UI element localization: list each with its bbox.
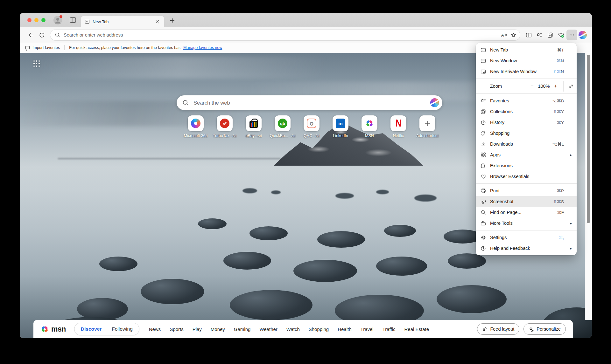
shortcut-quickbooks[interactable]: qb QuickBo...· Ad (275, 115, 291, 131)
manage-favorites-link[interactable]: Manage favorites now (183, 45, 222, 50)
back-arrow-icon (27, 31, 34, 38)
nav-weather[interactable]: Weather (259, 326, 277, 332)
search-icon (55, 32, 60, 38)
menu-item-history[interactable]: History ⌘Y (476, 117, 577, 128)
menu-item-label: Help and Feedback (490, 246, 572, 251)
desktop: New Tab (0, 0, 611, 364)
menu-item-label: History (490, 120, 557, 125)
msn-butterfly-icon (40, 325, 49, 333)
menu-item-settings[interactable]: Settings ⌘, (476, 232, 577, 243)
app-launcher-button[interactable] (32, 59, 41, 68)
collections-button[interactable] (545, 30, 556, 40)
personalize-button[interactable]: Personalize (523, 323, 566, 335)
scrollbar-thumb[interactable] (587, 55, 590, 223)
browser-essentials-button[interactable] (556, 30, 566, 40)
more-tools-icon (480, 220, 486, 226)
shortcut-turbotax[interactable]: TurboTax· Ad (217, 115, 233, 131)
add-shortcut-button[interactable]: Add shortcut (419, 115, 435, 131)
zoom-controls: − 100% + (528, 81, 577, 92)
web-search-bar[interactable] (177, 95, 442, 110)
feed-tabs: Discover Following (74, 323, 139, 335)
menu-item-screenshot[interactable]: Screenshot ⇧⌘S (476, 196, 577, 207)
menu-item-new-tab[interactable]: New Tab ⌘T (476, 45, 577, 55)
menu-item-collections[interactable]: Collections ⇧⌘Y (476, 106, 577, 117)
menu-item-find-on-page[interactable]: Find on Page... ⌘F (476, 207, 577, 218)
traffic-lights (27, 18, 46, 22)
reload-button[interactable] (36, 30, 47, 40)
feed-layout-button[interactable]: Feed layout (477, 323, 519, 335)
favorite-this-page-button[interactable] (509, 30, 518, 40)
apps-icon (480, 152, 486, 158)
menu-item-label: Favorites (490, 98, 552, 103)
address-input[interactable] (63, 32, 499, 38)
menu-item-new-inprivate-window[interactable]: New InPrivate Window ⇧⌘N (476, 66, 577, 77)
menu-item-print[interactable]: Print... ⌘P (476, 185, 577, 196)
nav-gaming[interactable]: Gaming (234, 326, 251, 332)
copilot-icon[interactable] (430, 98, 439, 107)
shopping-icon (480, 130, 486, 136)
tab-close-icon[interactable] (154, 18, 160, 25)
zoom-window-button[interactable] (41, 18, 46, 22)
menu-item-downloads[interactable]: Downloads ⌥⌘L (476, 139, 577, 149)
favorites-button[interactable] (534, 30, 545, 40)
minimize-window-button[interactable] (34, 18, 39, 22)
shortcut-ebay[interactable]: eBay· Ad (246, 115, 262, 131)
menu-item-shopping[interactable]: Shopping (476, 128, 577, 139)
nav-traffic[interactable]: Traffic (383, 326, 396, 332)
profile-avatar[interactable] (53, 16, 62, 24)
svg-text:A: A (501, 33, 504, 38)
back-button[interactable] (25, 30, 36, 40)
nav-real-estate[interactable]: Real Estate (404, 326, 429, 332)
toolbar: A (20, 27, 592, 43)
zoom-in-button[interactable]: + (551, 82, 560, 90)
menu-item-shortcut: ⌘T (557, 47, 564, 52)
menu-separator (476, 230, 577, 230)
tab-new-tab[interactable]: New Tab (81, 16, 164, 27)
tab-following[interactable]: Following (107, 326, 137, 332)
tab-switcher-icon[interactable] (69, 17, 76, 23)
star-pencil-icon (529, 326, 534, 332)
tab-discover[interactable]: Discover (76, 326, 107, 332)
notification-dot (60, 15, 62, 18)
nav-play[interactable]: Play (193, 326, 202, 332)
shortcut-label: Microsoft 365 (184, 134, 207, 138)
shortcut-label: QVC (304, 134, 312, 138)
shortcut-microsoft-365[interactable]: Microsoft 365 (188, 115, 204, 131)
import-favorites-button[interactable]: Import favorites (32, 45, 60, 50)
shortcut-qvc[interactable]: Q QVC· Ad (304, 115, 320, 131)
split-screen-button[interactable] (523, 30, 534, 40)
nav-news[interactable]: News (149, 326, 161, 332)
zoom-out-button[interactable]: − (528, 82, 536, 90)
nav-watch[interactable]: Watch (286, 326, 300, 332)
menu-item-shortcut: ⌥⌘B (552, 98, 564, 103)
address-bar[interactable]: A (50, 30, 520, 40)
close-window-button[interactable] (27, 18, 32, 22)
nav-sports[interactable]: Sports (170, 326, 183, 332)
settings-and-more-button[interactable] (566, 30, 577, 40)
msn-logo[interactable]: msn (40, 325, 66, 333)
web-search-input[interactable] (193, 100, 430, 106)
menu-item-apps[interactable]: Apps ▸ (476, 149, 577, 160)
menu-item-browser-essentials[interactable]: Browser Essentials (476, 171, 577, 182)
shortcut-msn[interactable]: MSN (362, 115, 377, 131)
nav-shopping[interactable]: Shopping (309, 326, 329, 332)
nav-health[interactable]: Health (338, 326, 351, 332)
menu-item-shortcut: ⌘N (557, 58, 564, 63)
menu-item-extensions[interactable]: Extensions (476, 160, 577, 171)
nav-travel[interactable]: Travel (361, 326, 374, 332)
new-tab-button[interactable] (168, 17, 176, 24)
menu-item-help-and-feedback[interactable]: Help and Feedback ▸ (476, 243, 577, 254)
read-aloud-button[interactable]: A (499, 30, 509, 40)
nav-money[interactable]: Money (211, 326, 225, 332)
shortcut-netflix[interactable]: N Netflix (390, 115, 406, 131)
msn-feed-bar: msn Discover Following News Sports Play … (33, 320, 573, 338)
menu-item-new-window[interactable]: New Window ⌘N (476, 55, 577, 66)
menu-item-favorites[interactable]: Favorites ⌥⌘B (476, 95, 577, 106)
shortcut-linkedin[interactable]: in LinkedIn (333, 115, 348, 131)
menu-item-shortcut: ⌘Y (557, 120, 564, 125)
menu-item-more-tools[interactable]: More Tools ▸ (476, 218, 577, 229)
settings-icon (480, 234, 486, 241)
sliders-icon (482, 326, 488, 332)
copilot-button[interactable] (577, 30, 588, 40)
fullscreen-button[interactable] (566, 82, 575, 90)
